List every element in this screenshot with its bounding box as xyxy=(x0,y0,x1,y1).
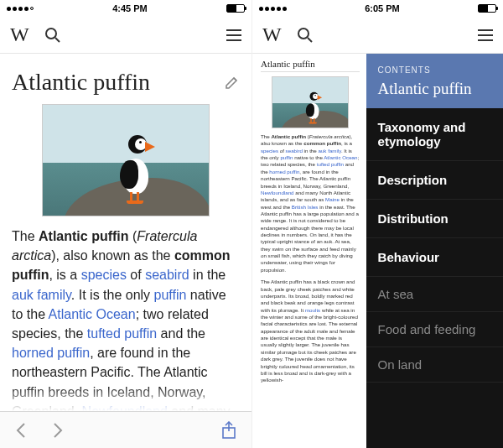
toc-item[interactable]: Food and feeding xyxy=(366,312,503,347)
drawer-label: CONTENTS xyxy=(378,65,491,75)
article-lead-paragraph: The Atlantic puffin (Fratercula arctica)… xyxy=(12,227,240,411)
article-title: Atlantic puffin xyxy=(12,69,150,96)
wikipedia-logo-icon[interactable]: W xyxy=(262,23,282,46)
drawer-list: Taxonomy and etymologyDescriptionDistrib… xyxy=(366,108,503,383)
article-lead-image[interactable] xyxy=(272,76,349,128)
forward-icon[interactable] xyxy=(52,422,64,439)
drawer-title: Atlantic puffin xyxy=(378,80,491,98)
status-time: 6:05 PM xyxy=(365,3,400,13)
search-icon[interactable] xyxy=(44,27,61,44)
article-title: Atlantic puffin xyxy=(261,59,360,72)
phone-right: 6:05 PM W Atlantic puffin The Atlant xyxy=(252,0,503,448)
toc-item[interactable]: On land xyxy=(366,347,503,383)
wikipedia-logo-icon[interactable]: W xyxy=(10,23,29,46)
back-icon[interactable] xyxy=(15,422,27,439)
share-icon[interactable] xyxy=(221,421,236,440)
phone-left: 4:45 PM W Atlantic puffin The Atl xyxy=(0,0,252,448)
article-lead-image[interactable] xyxy=(42,104,210,216)
status-time: 4:45 PM xyxy=(112,3,148,13)
app-header: W xyxy=(252,17,503,54)
toc-item[interactable]: At sea xyxy=(366,277,503,312)
contents-drawer: CONTENTS Atlantic puffin Taxonomy and et… xyxy=(366,54,503,448)
drawer-header: CONTENTS Atlantic puffin xyxy=(366,54,503,108)
signal-dots-icon xyxy=(7,7,34,11)
search-icon[interactable] xyxy=(297,27,314,44)
status-bar: 6:05 PM xyxy=(252,0,503,17)
battery-icon xyxy=(478,4,496,13)
svg-point-4 xyxy=(298,29,309,39)
toc-item[interactable]: Description xyxy=(366,161,503,200)
menu-icon[interactable] xyxy=(226,29,241,41)
signal-dots-icon xyxy=(259,7,287,11)
svg-point-0 xyxy=(46,29,56,39)
article-body-shrunk[interactable]: Atlantic puffin The Atlantic puffin (Fra… xyxy=(252,54,366,448)
app-header: W xyxy=(0,17,252,54)
article-text: The Atlantic puffin (Fratercula arctica)… xyxy=(261,133,360,384)
bottom-toolbar xyxy=(0,411,252,448)
toc-item[interactable]: Distribution xyxy=(366,200,503,238)
toc-item[interactable]: Behaviour xyxy=(366,238,503,277)
toc-item[interactable]: Taxonomy and etymology xyxy=(366,108,503,161)
status-bar: 4:45 PM xyxy=(0,0,252,17)
article-body[interactable]: Atlantic puffin The Atlantic puffin (Fra… xyxy=(0,54,252,411)
battery-icon xyxy=(226,4,245,13)
menu-icon[interactable] xyxy=(478,29,493,41)
svg-line-1 xyxy=(55,38,60,42)
edit-pencil-icon[interactable] xyxy=(225,75,240,90)
svg-line-5 xyxy=(308,38,312,42)
